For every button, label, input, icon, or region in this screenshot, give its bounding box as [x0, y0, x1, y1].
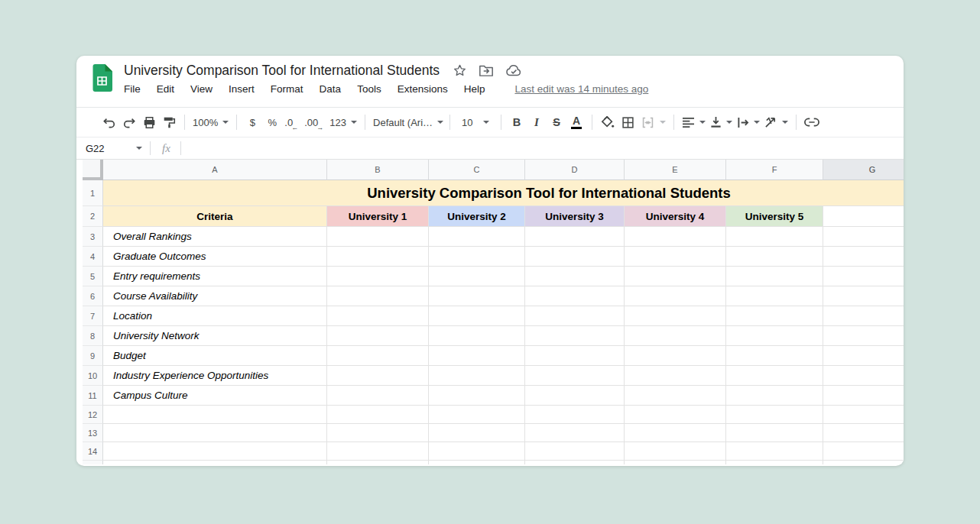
row-number-13[interactable]: 13 [83, 424, 103, 442]
column-header-B[interactable]: B [327, 160, 429, 180]
cell-E7[interactable] [625, 306, 726, 326]
cell-G4[interactable] [823, 247, 904, 267]
criteria-cell-A11[interactable]: Campus Culture [103, 386, 327, 406]
cell-D12[interactable] [525, 406, 625, 424]
row-number-10[interactable]: 10 [83, 366, 103, 386]
document-title[interactable]: University Comparison Tool for Internati… [124, 63, 440, 79]
print-button[interactable] [139, 112, 159, 133]
criteria-cell-A6[interactable]: Course Availability [103, 286, 327, 306]
cell-G15[interactable] [823, 461, 904, 464]
cell-F5[interactable] [726, 267, 823, 286]
last-edit-link[interactable]: Last edit was 14 minutes ago [514, 83, 648, 95]
paint-format-button[interactable] [159, 112, 179, 133]
cell-D3[interactable] [525, 227, 625, 247]
undo-button[interactable] [99, 112, 119, 133]
row-number-3[interactable]: 3 [83, 227, 103, 247]
criteria-cell-A13[interactable] [103, 424, 327, 442]
menu-edit[interactable]: Edit [157, 83, 174, 95]
cell-E8[interactable] [625, 326, 726, 346]
row-number-2[interactable]: 2 [83, 206, 103, 227]
cell-B3[interactable] [327, 227, 429, 247]
cell-D11[interactable] [525, 386, 625, 406]
cell-G11[interactable] [823, 386, 904, 406]
cell-B7[interactable] [327, 306, 429, 326]
cell-G13[interactable] [823, 424, 904, 442]
cell-E10[interactable] [625, 366, 726, 386]
cell-G8[interactable] [823, 326, 904, 346]
vertical-align-button[interactable] [708, 112, 735, 133]
row-number-5[interactable]: 5 [83, 267, 103, 286]
row-number-6[interactable]: 6 [83, 286, 103, 306]
star-icon[interactable] [453, 63, 467, 78]
criteria-cell-A8[interactable]: University Network [103, 326, 327, 346]
cell-C14[interactable] [429, 442, 525, 461]
menu-extensions[interactable]: Extensions [398, 83, 448, 95]
cell-G10[interactable] [823, 366, 904, 386]
menu-help[interactable]: Help [464, 83, 485, 95]
insert-link-button[interactable] [802, 112, 822, 133]
cell-B15[interactable] [327, 461, 429, 464]
cloud-saved-icon[interactable] [505, 64, 522, 77]
italic-button[interactable]: I [527, 112, 547, 133]
column-header-D[interactable]: D [525, 160, 625, 180]
cell-D7[interactable] [525, 306, 625, 326]
borders-button[interactable] [618, 112, 638, 133]
cell-F4[interactable] [726, 247, 823, 267]
cell-D8[interactable] [525, 326, 625, 346]
criteria-cell-A3[interactable]: Overall Rankings [103, 227, 327, 247]
font-size-select[interactable]: 10 [456, 112, 495, 133]
cell-E14[interactable] [625, 442, 726, 461]
cell-E12[interactable] [625, 406, 726, 424]
text-rotation-button[interactable] [762, 112, 790, 133]
menu-data[interactable]: Data [320, 83, 342, 95]
criteria-cell-A14[interactable] [103, 442, 327, 461]
cell-D13[interactable] [525, 424, 625, 442]
google-sheets-logo[interactable] [92, 64, 112, 92]
cell-D4[interactable] [525, 247, 625, 267]
move-to-folder-icon[interactable] [479, 64, 494, 78]
menu-file[interactable]: File [124, 83, 141, 95]
cell-B13[interactable] [327, 424, 429, 442]
cell-C13[interactable] [429, 424, 525, 442]
text-color-button[interactable]: A [566, 112, 586, 133]
header-cell-University 3[interactable]: University 3 [525, 206, 625, 227]
cell-F10[interactable] [726, 366, 823, 386]
cell-G9[interactable] [823, 346, 904, 366]
cell-B14[interactable] [327, 442, 429, 461]
cell-C12[interactable] [429, 406, 525, 424]
cell-D5[interactable] [525, 267, 625, 286]
cell-G12[interactable] [823, 406, 904, 424]
cell-F13[interactable] [726, 424, 823, 442]
cell-C3[interactable] [429, 227, 525, 247]
cell-C8[interactable] [429, 326, 525, 346]
cell-G6[interactable] [823, 286, 904, 306]
cell-F15[interactable] [726, 461, 823, 464]
menu-insert[interactable]: Insert [229, 83, 255, 95]
row-number-4[interactable]: 4 [83, 247, 103, 267]
cell-G5[interactable] [823, 267, 904, 286]
criteria-cell-A7[interactable]: Location [103, 306, 327, 326]
cell-C15[interactable] [429, 461, 525, 464]
cell-D9[interactable] [525, 346, 625, 366]
row-number-14[interactable]: 14 [83, 442, 103, 461]
menu-format[interactable]: Format [271, 83, 303, 95]
format-percent-button[interactable]: % [262, 112, 282, 133]
cell-D14[interactable] [525, 442, 625, 461]
merge-cells-dropdown[interactable] [657, 112, 668, 133]
cell-C6[interactable] [429, 286, 525, 306]
row-number-11[interactable]: 11 [83, 386, 103, 406]
criteria-cell-A9[interactable]: Budget [103, 346, 327, 366]
cell-B8[interactable] [327, 326, 429, 346]
cell-E15[interactable] [625, 461, 726, 464]
row-number-1[interactable]: 1 [83, 180, 103, 206]
criteria-cell-A12[interactable] [103, 406, 327, 424]
column-header-F[interactable]: F [726, 160, 823, 180]
cell-D15[interactable] [525, 461, 625, 464]
cell-B12[interactable] [327, 406, 429, 424]
name-box[interactable]: G22 [76, 143, 150, 154]
decrease-decimal-button[interactable]: .0← [282, 112, 302, 133]
cell-C11[interactable] [429, 386, 525, 406]
header-cell-University 2[interactable]: University 2 [429, 206, 525, 227]
cell-D6[interactable] [525, 286, 625, 306]
font-family-select[interactable]: Default (Ari… [371, 112, 444, 133]
